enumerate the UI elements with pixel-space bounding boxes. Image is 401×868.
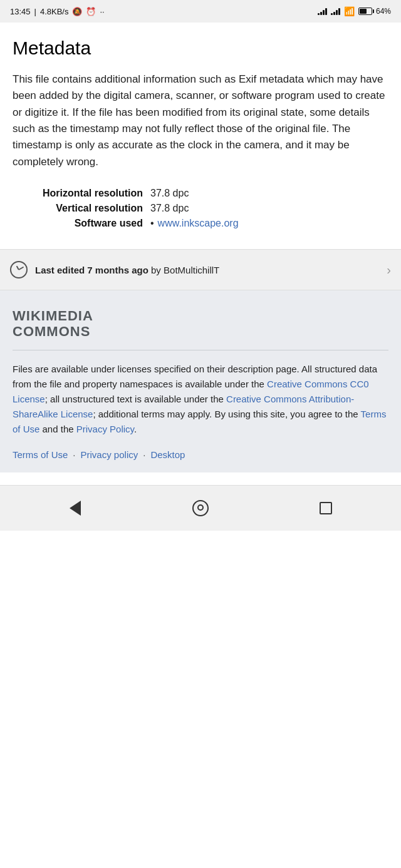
- recents-button[interactable]: [312, 494, 340, 522]
- back-icon: [70, 501, 81, 516]
- home-button[interactable]: [187, 494, 214, 522]
- footer-separator-1: ·: [73, 449, 75, 460]
- signal-icon-1: [318, 8, 327, 15]
- page-title: Metadata: [13, 38, 388, 59]
- footer-privacy-link[interactable]: Privacy policy: [81, 449, 138, 460]
- metadata-row-horizontal: Horizontal resolution 37.8 dpc: [13, 188, 388, 199]
- time: 13:45: [10, 7, 31, 16]
- bullet-icon: •: [150, 218, 154, 228]
- clock-icon: [10, 261, 28, 278]
- metadata-table: Horizontal resolution 37.8 dpc Vertical …: [13, 188, 388, 229]
- footer-links: Terms of Use · Privacy policy · Desktop: [13, 449, 388, 460]
- home-icon: [192, 500, 209, 516]
- vertical-resolution-label: Vertical resolution: [13, 203, 150, 214]
- chevron-right-icon: ›: [387, 263, 391, 277]
- status-right: 📶 64%: [318, 6, 391, 16]
- footer-separator-2: ·: [143, 449, 145, 460]
- cc-attribution-link[interactable]: Creative Commons Attribution-ShareAlike …: [13, 394, 354, 419]
- footer-desktop-link[interactable]: Desktop: [150, 449, 185, 460]
- wifi-icon: 📶: [344, 6, 355, 16]
- status-left: 13:45 | 4.8KB/s 🔕 ⏰ ··: [10, 7, 105, 16]
- horizontal-resolution-label: Horizontal resolution: [13, 188, 150, 199]
- wikimedia-logo: WIKIMEDIA COMMONS: [13, 308, 388, 340]
- wikimedia-logo-line2: COMMONS: [13, 324, 388, 339]
- back-button[interactable]: [61, 494, 89, 522]
- dots-icon: ··: [100, 7, 104, 16]
- signal-icon-2: [331, 8, 340, 15]
- wikimedia-description: Files are available under licenses speci…: [13, 362, 388, 437]
- network-speed: |: [34, 7, 36, 16]
- nav-bar: [0, 485, 401, 531]
- inkscape-link[interactable]: www.inkscape.org: [158, 218, 239, 228]
- metadata-row-software: Software used •www.inkscape.org: [13, 218, 388, 229]
- last-edited-author: by BotMultichillT: [148, 265, 219, 275]
- horizontal-resolution-value: 37.8 dpc: [150, 188, 189, 199]
- mute-icon: 🔕: [72, 7, 82, 16]
- last-edited-bold: Last edited 7 months ago: [35, 265, 148, 275]
- last-edited-left: Last edited 7 months ago by BotMultichil…: [10, 261, 219, 278]
- home-icon-inner: [197, 504, 204, 511]
- battery-percent: 64%: [376, 7, 391, 16]
- recents-icon: [320, 502, 332, 514]
- wikimedia-footer: WIKIMEDIA COMMONS Files are available un…: [0, 290, 401, 472]
- last-edited-text: Last edited 7 months ago by BotMultichil…: [35, 265, 219, 275]
- footer-terms-link[interactable]: Terms of Use: [13, 449, 68, 460]
- main-content: Metadata This file contains additional i…: [0, 23, 401, 229]
- privacy-policy-link-body[interactable]: Privacy Policy: [76, 424, 134, 434]
- software-used-label: Software used: [13, 218, 150, 229]
- metadata-row-vertical: Vertical resolution 37.8 dpc: [13, 203, 388, 214]
- alarm-icon: ⏰: [86, 7, 96, 16]
- status-bar: 13:45 | 4.8KB/s 🔕 ⏰ ·· 📶 64%: [0, 0, 401, 23]
- last-edited-section[interactable]: Last edited 7 months ago by BotMultichil…: [0, 249, 401, 290]
- software-used-value: •www.inkscape.org: [150, 218, 239, 229]
- wikimedia-divider: [13, 350, 388, 350]
- network-speed-value: 4.8KB/s: [40, 7, 69, 16]
- metadata-description: This file contains additional informatio…: [13, 71, 388, 170]
- wikimedia-logo-line1: WIKIMEDIA: [13, 308, 388, 324]
- vertical-resolution-value: 37.8 dpc: [150, 203, 189, 214]
- battery-icon: [358, 8, 372, 15]
- clock-hand-minute: [19, 267, 24, 270]
